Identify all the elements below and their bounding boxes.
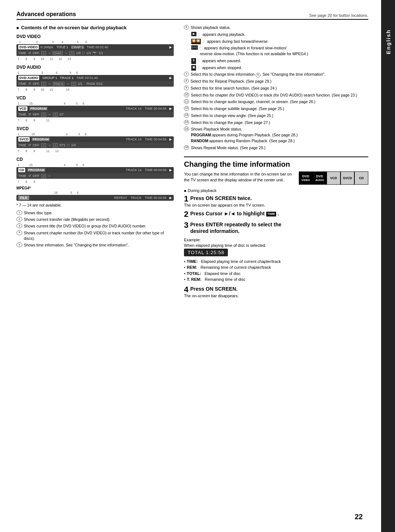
example-sub: When elapsed playing time of disc is sel…: [184, 243, 368, 248]
cti-section: Changing the time information You can ch…: [184, 156, 368, 298]
vcd-label: VCD: [16, 95, 174, 101]
svcd-bar: 115456 SVCD PROGRAM TRACK 14 TIME 00:04:…: [16, 132, 174, 153]
vcd-bar: 115456 VCD PROGRAM TRACK 14 TIME 00:04:5…: [16, 102, 174, 122]
step-4: 4 Press ON SCREEN. The on-screen bar dis…: [184, 286, 368, 298]
mpeg4-bar: 1656 FILE REPEAT TRACK TIME 00:04:58 ▶: [16, 191, 174, 201]
badge-dvd-audio: DVD AUDIO: [313, 171, 327, 185]
mpeg4-label: MPEG4*: [16, 186, 174, 190]
dvd-video-label: DVD VIDEO: [16, 34, 174, 39]
badge-svcd: SVCD: [341, 171, 354, 185]
total-display: TOTAL 1:25:58: [184, 249, 228, 256]
note-6: 6 Shows playback status.: [184, 25, 368, 31]
cd-bar: 115456 CD PROGRAM TRACK 14 TIME 00:04:58…: [16, 163, 174, 184]
language-tab: English: [381, 0, 395, 532]
see-page-note: See page 20 for button locations.: [309, 13, 368, 18]
svcd-label: SVCD: [16, 126, 174, 131]
page-header: Advanced operations See page 20 for butt…: [16, 11, 368, 20]
language-tab-label: English: [385, 29, 391, 54]
page-number: 22: [355, 513, 363, 521]
cti-title: Changing the time information: [184, 160, 368, 169]
step-2: 2 Press Cursor ►/◄ to highlight TIME .: [184, 210, 368, 218]
dvd-video-onscreen-bar: DVD-VIDEO 6.1Mbps TITLE 1 CHAP 3 TIME 00…: [16, 44, 174, 56]
dvd-video-bar: 1 2 3 4 5 6 DVD-VIDEO 6.1Mbps TITLE 1 CH…: [16, 40, 174, 61]
dvd-audio-label: DVD AUDIO: [16, 65, 174, 70]
note-item: 4 Shows current chapter number (for DVD …: [16, 230, 174, 241]
cd-label: CD: [16, 157, 174, 162]
right-column: 6 Shows playback status. ▶ : appears dur…: [184, 25, 368, 301]
badge-dvd-video: DVD VIDEO: [299, 171, 313, 185]
bullet-list: TIME: Elapsed playing time of current ch…: [184, 259, 368, 283]
note-item: 5 Shows time information. See "Changing …: [16, 242, 174, 248]
main-content: Advanced operations See page 20 for butt…: [0, 0, 381, 532]
two-col-layout: Contents of the on-screen bar during pla…: [16, 25, 368, 301]
badge-cd: CD: [354, 171, 368, 185]
disc-badges: DVD VIDEO DVD AUDIO VCD SVCD: [299, 171, 368, 185]
step-3: 3 Press ENTER repeatedly to select thede…: [184, 221, 368, 234]
cti-intro-row: You can change the time information in t…: [184, 171, 368, 185]
left-column: Contents of the on-screen bar during pla…: [16, 25, 174, 301]
note-item: 2 Shows current transfer rate (Megabits …: [16, 217, 174, 222]
asterisk-note: * 7 — 14 are not available.: [16, 203, 174, 207]
example-label: Example:: [184, 238, 368, 242]
dvd-audio-bar: 13456 DVD-AUDIO GROUP 1 TRACK 1 TIME 00:…: [16, 71, 174, 92]
step-1: 1 Press ON SCREEN twice. The on-screen b…: [184, 195, 368, 207]
note-item: 1 Shows disc type.: [16, 210, 174, 216]
note-item: 3 Shows current title (for DVD VIDEO) or…: [16, 223, 174, 229]
cti-intro-text: You can change the time information in t…: [184, 171, 294, 183]
during-playback-label: During playback: [184, 188, 368, 193]
section-title: Advanced operations: [16, 11, 76, 18]
page-container: Advanced operations See page 20 for butt…: [0, 0, 395, 532]
badge-vcd: VCD: [327, 171, 341, 185]
numbered-notes-list: 1 Shows disc type. 2 Shows current trans…: [16, 210, 174, 248]
right-notes-list: 6 Shows playback status. ▶ : appears dur…: [184, 25, 368, 151]
contents-title: Contents of the on-screen bar during pla…: [16, 25, 174, 30]
